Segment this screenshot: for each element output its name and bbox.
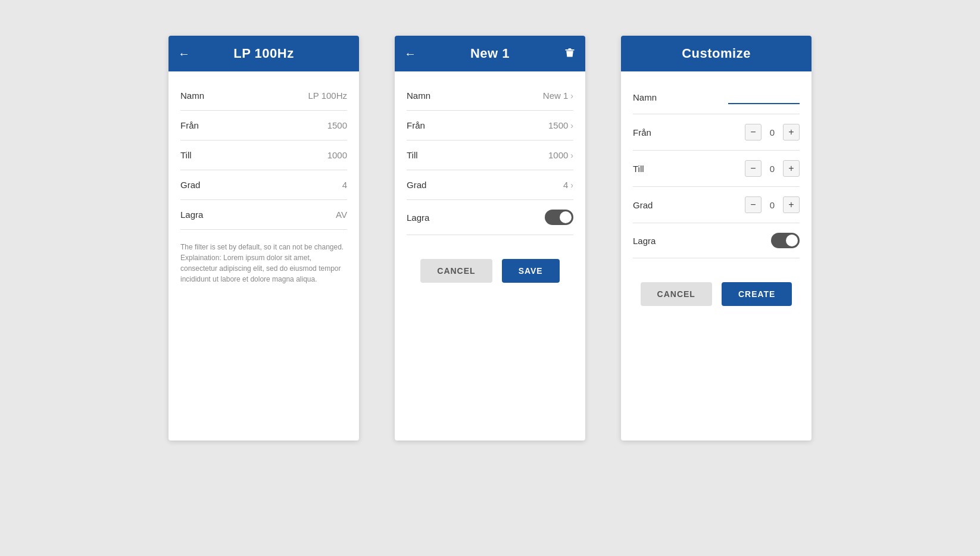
panel3-fran-stepper: − 0 +	[745, 124, 800, 140]
panel3-label-grad: Grad	[633, 200, 653, 210]
panel2-title: New 1	[470, 46, 510, 61]
panel2-label-namn: Namn	[407, 90, 430, 101]
panel2-field-namn[interactable]: Namn New 1 ›	[407, 81, 573, 111]
panel3-body: Namn Från − 0 + Till − 0 + Grad −	[621, 71, 812, 268]
panel3-actions: CANCEL CREATE	[621, 268, 812, 320]
panel2-lagra-toggle[interactable]	[545, 210, 573, 225]
chevron-icon: ›	[570, 180, 573, 190]
panel1-label-till: Till	[180, 150, 192, 160]
panel1-label-lagra: Lagra	[180, 210, 203, 220]
panel2-header: ← New 1	[395, 36, 585, 71]
panel2-value-namn: New 1 ›	[543, 90, 573, 101]
panel1-header: ← LP 100Hz	[168, 36, 359, 71]
panel2-field-grad[interactable]: Grad 4 ›	[407, 170, 573, 200]
panel3-grad-stepper: − 0 +	[745, 196, 800, 213]
panel1-label-namn: Namn	[180, 90, 204, 101]
panel3-grad-value: 0	[766, 200, 778, 210]
panel3-till-stepper: − 0 +	[745, 160, 800, 177]
chevron-icon: ›	[570, 91, 573, 101]
panel-lp100hz: ← LP 100Hz Namn LP 100Hz Från 1500 Till …	[168, 36, 359, 441]
panel2-delete-button[interactable]	[564, 46, 576, 61]
panel1-field-grad: Grad 4	[180, 170, 347, 200]
panel1-field-fran: Från 1500	[180, 111, 347, 140]
panel3-create-button[interactable]: CREATE	[722, 282, 792, 306]
panel2-field-till[interactable]: Till 1000 ›	[407, 140, 573, 170]
toggle-slider	[545, 210, 573, 225]
panel2-value-fran: 1500 ›	[548, 120, 573, 130]
panel2-cancel-button[interactable]: CANCEL	[420, 259, 492, 283]
panel1-body: Namn LP 100Hz Från 1500 Till 1000 Grad 4…	[168, 71, 359, 294]
panel3-cancel-button[interactable]: CANCEL	[641, 282, 712, 306]
panel3-field-lagra: Lagra	[633, 223, 800, 258]
panel3-till-increment[interactable]: +	[783, 160, 800, 177]
panel3-field-grad: Grad − 0 +	[633, 187, 800, 223]
panel2-actions: CANCEL SAVE	[395, 245, 585, 297]
panel1-value-grad: 4	[342, 180, 347, 190]
panel3-grad-decrement[interactable]: −	[745, 196, 761, 213]
panel1-info-text: The filter is set by default, so it can …	[180, 242, 347, 285]
toggle-slider	[771, 233, 800, 248]
panel1-title: LP 100Hz	[233, 46, 294, 61]
panel2-field-lagra: Lagra	[407, 200, 573, 235]
panel1-field-till: Till 1000	[180, 140, 347, 170]
panel1-value-lagra: AV	[336, 210, 347, 220]
back-icon: ←	[404, 47, 416, 61]
panel3-fran-increment[interactable]: +	[783, 124, 800, 140]
panel1-value-till: 1000	[327, 150, 347, 160]
panel-customize: Customize Namn Från − 0 + Till − 0 +	[621, 36, 812, 441]
chevron-icon: ›	[570, 121, 573, 130]
panel-new1: ← New 1 Namn New 1 › Från 1500 ›	[395, 36, 585, 441]
panel1-field-namn: Namn LP 100Hz	[180, 81, 347, 111]
panel3-label-namn: Namn	[633, 92, 657, 102]
panel3-fran-value: 0	[766, 127, 778, 138]
panel1-value-fran: 1500	[327, 120, 347, 130]
panel2-label-till: Till	[407, 150, 418, 160]
panel2-body: Namn New 1 › Från 1500 › Till 1000 › Gra…	[395, 71, 585, 245]
trash-icon	[564, 46, 576, 61]
panel3-lagra-toggle[interactable]	[771, 233, 800, 248]
panel3-label-fran: Från	[633, 127, 651, 138]
panel2-label-grad: Grad	[407, 180, 426, 190]
panel3-grad-increment[interactable]: +	[783, 196, 800, 213]
panel3-till-decrement[interactable]: −	[745, 160, 761, 177]
chevron-icon: ›	[570, 151, 573, 160]
panel2-value-till: 1000 ›	[548, 150, 573, 160]
panel1-label-fran: Från	[180, 120, 199, 130]
panel3-field-till: Till − 0 +	[633, 151, 800, 187]
panel3-label-lagra: Lagra	[633, 236, 656, 246]
panel2-back-button[interactable]: ←	[404, 47, 416, 61]
panel3-field-fran: Från − 0 +	[633, 114, 800, 151]
panel2-value-grad: 4 ›	[563, 180, 573, 190]
panel3-title: Customize	[682, 46, 751, 61]
panel3-fran-decrement[interactable]: −	[745, 124, 761, 140]
back-icon: ←	[178, 47, 190, 61]
panel1-label-grad: Grad	[180, 180, 200, 190]
panel3-namn-input[interactable]	[728, 90, 800, 104]
panel3-till-value: 0	[766, 164, 778, 174]
panel3-label-till: Till	[633, 164, 644, 174]
panel1-field-lagra: Lagra AV	[180, 200, 347, 230]
panel2-label-lagra: Lagra	[407, 213, 429, 223]
panel3-field-namn: Namn	[633, 81, 800, 114]
panel2-label-fran: Från	[407, 120, 425, 130]
panel1-value-namn: LP 100Hz	[308, 90, 347, 101]
panel2-field-fran[interactable]: Från 1500 ›	[407, 111, 573, 140]
panel1-back-button[interactable]: ←	[178, 47, 190, 61]
panel3-header: Customize	[621, 36, 812, 71]
panel2-save-button[interactable]: SAVE	[502, 259, 560, 283]
